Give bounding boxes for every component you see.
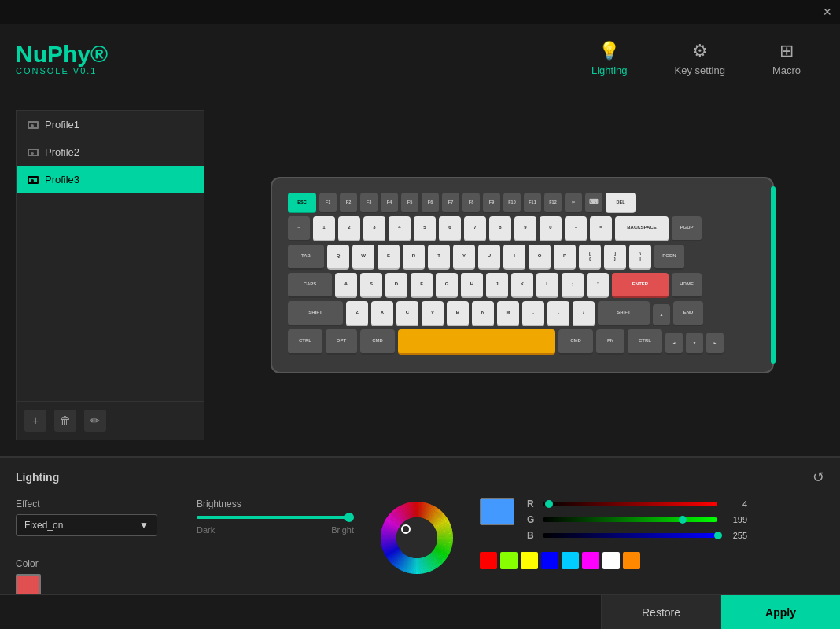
key-b[interactable]: B	[447, 301, 469, 326]
key-1[interactable]: 1	[313, 216, 335, 241]
key-q[interactable]: Q	[327, 245, 349, 270]
minimize-button[interactable]: —	[801, 6, 812, 18]
key-u[interactable]: U	[478, 245, 500, 270]
palette-color[interactable]	[562, 552, 579, 569]
key-y[interactable]: Y	[453, 245, 475, 270]
r-track[interactable]	[543, 502, 717, 506]
brightness-slider[interactable]	[197, 516, 354, 519]
edit-profile-button[interactable]: ✏	[84, 410, 106, 432]
key-esc[interactable]: ESC	[288, 193, 316, 213]
key-cmd-left[interactable]: CMD	[360, 329, 395, 355]
key-left[interactable]: ◄	[665, 333, 683, 355]
key-backspace[interactable]: BACKSPACE	[615, 216, 669, 241]
sidebar-item-profile3[interactable]: Profile3	[17, 166, 204, 193]
key-x[interactable]: X	[371, 301, 393, 326]
key-semicolon[interactable]: ;	[562, 273, 584, 298]
key-p[interactable]: P	[554, 245, 576, 270]
close-button[interactable]: ✕	[823, 6, 832, 18]
key-w[interactable]: W	[352, 245, 374, 270]
restore-button[interactable]: Restore	[601, 595, 720, 629]
key-caps[interactable]: CAPS	[288, 273, 332, 298]
key-c[interactable]: C	[396, 301, 418, 326]
key-enter[interactable]: ENTER	[612, 273, 669, 298]
brightness-thumb[interactable]	[344, 513, 354, 522]
key-up[interactable]: ▲	[653, 304, 670, 326]
key-i[interactable]: I	[503, 245, 525, 270]
key-cmd-right[interactable]: CMD	[558, 329, 593, 355]
key-7[interactable]: 7	[464, 216, 486, 241]
palette-color[interactable]	[582, 552, 599, 569]
key-f7[interactable]: F7	[442, 193, 459, 213]
key-g[interactable]: G	[436, 273, 458, 298]
key-equals[interactable]: =	[590, 216, 612, 241]
key-shift-left[interactable]: SHIFT	[288, 301, 343, 326]
key-del[interactable]: DEL	[606, 193, 636, 213]
key-r[interactable]: R	[403, 245, 425, 270]
key-ctrl-right[interactable]: CTRL	[628, 329, 662, 355]
nav-item-key-setting[interactable]: ⚙Key setting	[675, 41, 725, 76]
key-rbracket[interactable]: ]}	[604, 245, 626, 270]
key-f2[interactable]: F2	[340, 193, 357, 213]
key-f4[interactable]: F4	[381, 193, 398, 213]
key-pgup[interactable]: PGUP	[672, 216, 702, 241]
add-profile-button[interactable]: +	[24, 410, 46, 432]
palette-color[interactable]	[602, 552, 620, 569]
key-f1[interactable]: F1	[319, 193, 337, 213]
key-3[interactable]: 3	[363, 216, 385, 241]
key-scroll[interactable]: ⌨	[585, 193, 602, 213]
key-6[interactable]: 6	[439, 216, 461, 241]
key-comma[interactable]: ,	[522, 301, 544, 326]
reset-icon[interactable]: ↺	[812, 469, 824, 486]
key-opt[interactable]: OPT	[326, 329, 357, 355]
key-j[interactable]: J	[486, 273, 508, 298]
effect-dropdown[interactable]: Fixed_on ▼	[16, 514, 157, 536]
key-ctrl-left[interactable]: CTRL	[288, 329, 322, 355]
key-prtsc[interactable]: ✂	[565, 193, 582, 213]
key-2[interactable]: 2	[338, 216, 360, 241]
key-f5[interactable]: F5	[401, 193, 418, 213]
palette-color[interactable]	[623, 552, 640, 569]
key-space[interactable]	[398, 329, 555, 355]
key-right[interactable]: ►	[706, 333, 724, 355]
key-minus[interactable]: -	[565, 216, 587, 241]
key-o[interactable]: O	[529, 245, 551, 270]
key-9[interactable]: 9	[514, 216, 536, 241]
palette-color[interactable]	[521, 552, 538, 569]
sidebar-item-profile1[interactable]: Profile1	[17, 111, 204, 138]
key-f[interactable]: F	[411, 273, 433, 298]
key-f9[interactable]: F9	[483, 193, 500, 213]
nav-item-lighting[interactable]: 💡Lighting	[591, 41, 628, 76]
key-f8[interactable]: F8	[462, 193, 480, 213]
delete-profile-button[interactable]: 🗑	[54, 410, 76, 432]
key-k[interactable]: K	[511, 273, 533, 298]
key-s[interactable]: S	[360, 273, 382, 298]
key-slash[interactable]: /	[573, 301, 595, 326]
key-f10[interactable]: F10	[503, 193, 521, 213]
key-quote[interactable]: '	[587, 273, 609, 298]
key-f6[interactable]: F6	[422, 193, 439, 213]
key-m[interactable]: M	[497, 301, 519, 326]
key-period[interactable]: .	[547, 301, 569, 326]
apply-button[interactable]: Apply	[720, 595, 840, 629]
key-shift-right[interactable]: SHIFT	[598, 301, 650, 326]
r-thumb[interactable]	[545, 500, 553, 508]
key-0[interactable]: 0	[540, 216, 562, 241]
palette-color[interactable]	[480, 552, 497, 569]
palette-color[interactable]	[541, 552, 558, 569]
key-tilde[interactable]: ~	[288, 216, 310, 241]
palette-color[interactable]	[500, 552, 518, 569]
key-f12[interactable]: F12	[544, 193, 562, 213]
key-h[interactable]: H	[461, 273, 483, 298]
key-5[interactable]: 5	[414, 216, 436, 241]
key-home[interactable]: HOME	[672, 273, 702, 298]
g-track[interactable]	[543, 517, 717, 522]
key-down[interactable]: ▼	[686, 333, 703, 355]
key-8[interactable]: 8	[489, 216, 511, 241]
key-f3[interactable]: F3	[360, 193, 378, 213]
key-v[interactable]: V	[422, 301, 444, 326]
key-a[interactable]: A	[335, 273, 357, 298]
key-d[interactable]: D	[385, 273, 407, 298]
key-l[interactable]: L	[536, 273, 558, 298]
key-pgdn[interactable]: PGDN	[654, 245, 684, 270]
nav-item-macro[interactable]: ⊞Macro	[772, 41, 801, 76]
